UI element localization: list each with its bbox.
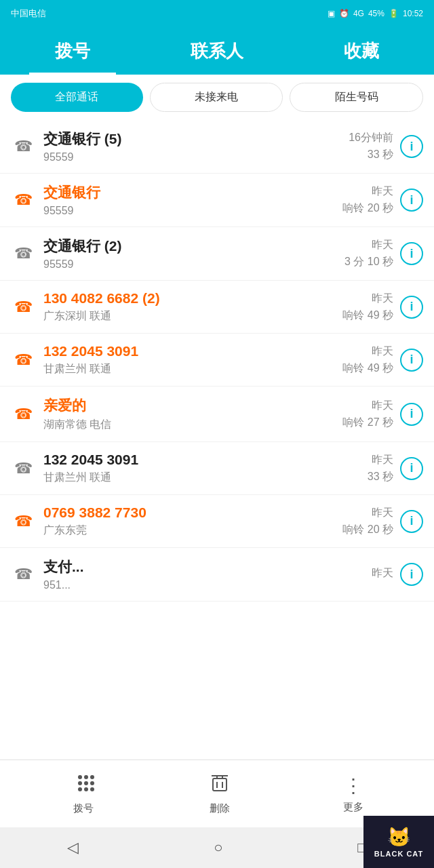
top-nav: 拨号 联系人 收藏: [0, 27, 434, 75]
info-button[interactable]: i: [400, 510, 423, 533]
call-item[interactable]: ☎支付...951...昨天i: [0, 548, 434, 601]
call-item[interactable]: ☎130 4082 6682 (2)广东深圳 联通昨天响铃 49 秒i: [0, 281, 434, 334]
call-name: 0769 3882 7730: [43, 505, 342, 521]
call-content: 132 2045 3091甘肃兰州 联通: [43, 343, 342, 376]
outgoing-call-icon: ☎: [11, 456, 35, 481]
back-button[interactable]: ◁: [67, 839, 79, 856]
info-button[interactable]: i: [400, 242, 423, 265]
tab-contacts[interactable]: 联系人: [144, 27, 289, 75]
action-delete-label: 删除: [210, 802, 230, 815]
call-time: 昨天: [344, 238, 393, 252]
dialpad-icon: ⁠: [71, 773, 96, 798]
info-button[interactable]: i: [400, 563, 423, 586]
missed-call-icon: ☎: [11, 402, 35, 427]
action-more[interactable]: ⋮ 更多: [343, 774, 363, 814]
call-meta: 昨天响铃 20 秒: [342, 506, 393, 537]
action-dialpad-label: 拨号: [73, 802, 94, 815]
call-duration: 响铃 20 秒: [342, 201, 393, 216]
battery-icon: 🔋: [389, 9, 399, 18]
missed-call-icon: ☎: [11, 509, 35, 534]
missed-call-icon: ☎: [11, 188, 35, 212]
call-content: 亲爱的湖南常德 电信: [43, 396, 342, 432]
missed-call-icon: ☎: [11, 295, 35, 319]
outgoing-call-icon: ☎: [11, 562, 35, 587]
filter-all[interactable]: 全部通话: [11, 83, 143, 112]
call-number: 95559: [43, 258, 344, 271]
svg-point-6: [78, 787, 82, 791]
call-time: 昨天: [372, 566, 393, 580]
call-name: 132 2045 3091: [43, 452, 368, 468]
call-time: 昨天: [342, 184, 393, 199]
call-duration: 33 秒: [349, 148, 393, 162]
time-label: 10:52: [403, 9, 423, 18]
call-name: 交通银行 (5): [43, 130, 349, 149]
call-content: 130 4082 6682 (2)广东深圳 联通: [43, 290, 342, 323]
status-bar: 中国电信 ▣ ⏰ 4G 45% 🔋 10:52: [0, 0, 434, 27]
info-button[interactable]: i: [400, 135, 423, 158]
call-number: 95559: [43, 151, 349, 163]
info-button[interactable]: i: [400, 403, 423, 426]
call-number: 甘肃兰州 联通: [43, 362, 342, 376]
call-content: 0769 3882 7730广东东莞: [43, 505, 342, 538]
tab-favorites[interactable]: 收藏: [290, 27, 434, 75]
alarm-icon: ⏰: [339, 9, 349, 18]
outgoing-call-icon: ☎: [11, 134, 35, 159]
call-list: ☎交通银行 (5)9555916分钟前33 秒i☎交通银行95559昨天响铃 2…: [0, 120, 434, 760]
call-item[interactable]: ☎亲爱的湖南常德 电信昨天响铃 27 秒i: [0, 387, 434, 442]
action-dialpad[interactable]: ⁠ 拨号: [71, 773, 96, 815]
call-item[interactable]: ☎132 2045 3091甘肃兰州 联通昨天响铃 49 秒i: [0, 334, 434, 387]
more-icon: ⋮: [344, 774, 363, 797]
black-cat-label: BLACK CAT: [374, 850, 423, 858]
tab-dialpad[interactable]: 拨号: [0, 27, 144, 75]
home-button[interactable]: ○: [214, 839, 222, 856]
carrier-label: 中国电信: [11, 7, 46, 20]
call-item[interactable]: ☎交通银行 (5)9555916分钟前33 秒i: [0, 120, 434, 174]
svg-point-2: [90, 775, 94, 779]
call-meta: 昨天响铃 27 秒: [342, 399, 393, 430]
call-name: 132 2045 3091: [43, 343, 342, 359]
network-icon: 4G: [353, 9, 364, 18]
call-time: 昨天: [368, 453, 393, 467]
call-number: 甘肃兰州 联通: [43, 471, 368, 485]
call-time: 昨天: [342, 292, 393, 306]
filter-bar: 全部通话 未接来电 陌生号码: [0, 75, 434, 120]
filter-missed[interactable]: 未接来电: [150, 83, 283, 112]
call-duration: 响铃 49 秒: [342, 309, 393, 323]
status-right: ▣ ⏰ 4G 45% 🔋 10:52: [328, 9, 423, 18]
call-name: 130 4082 6682 (2): [43, 290, 342, 307]
call-number: 广东东莞: [43, 524, 342, 538]
call-content: 交通银行95559: [43, 183, 342, 217]
call-item[interactable]: ☎交通银行 (2)95559昨天3 分 10 秒i: [0, 227, 434, 281]
call-meta: 昨天响铃 49 秒: [342, 292, 393, 323]
call-time: 16分钟前: [349, 131, 393, 145]
call-meta: 昨天响铃 20 秒: [342, 184, 393, 216]
filter-unknown[interactable]: 陌生号码: [290, 83, 423, 112]
call-name: 交通银行: [43, 183, 342, 202]
call-name: 支付...: [43, 557, 372, 576]
call-number: 广东深圳 联通: [43, 309, 342, 323]
call-time: 昨天: [342, 506, 393, 520]
svg-rect-9: [213, 778, 226, 791]
cat-icon: 🐱: [387, 826, 411, 848]
call-duration: 响铃 20 秒: [342, 523, 393, 537]
call-duration: 3 分 10 秒: [344, 255, 393, 269]
call-meta: 昨天3 分 10 秒: [344, 238, 393, 269]
call-item[interactable]: ☎0769 3882 7730广东东莞昨天响铃 20 秒i: [0, 495, 434, 548]
call-time: 昨天: [342, 399, 393, 413]
info-button[interactable]: i: [400, 296, 423, 319]
svg-point-7: [84, 787, 88, 791]
info-button[interactable]: i: [400, 189, 423, 212]
call-name: 亲爱的: [43, 396, 342, 415]
call-meta: 昨天: [372, 566, 393, 583]
outgoing-call-icon: ☎: [11, 241, 35, 266]
info-button[interactable]: i: [400, 457, 423, 480]
call-item[interactable]: ☎交通银行95559昨天响铃 20 秒i: [0, 174, 434, 227]
call-duration: 响铃 27 秒: [342, 416, 393, 430]
call-item[interactable]: ☎132 2045 3091甘肃兰州 联通昨天33 秒i: [0, 442, 434, 495]
action-delete[interactable]: 删除: [210, 773, 230, 815]
info-button[interactable]: i: [400, 349, 423, 372]
svg-point-3: [78, 781, 82, 785]
delete-icon: [210, 773, 230, 798]
call-content: 支付...951...: [43, 557, 372, 591]
call-duration: 33 秒: [368, 470, 393, 484]
